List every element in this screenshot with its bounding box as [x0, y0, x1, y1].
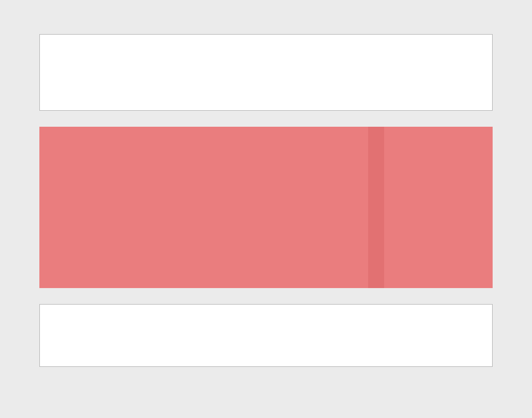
bottom-panel [39, 304, 493, 367]
accent-bar [368, 127, 384, 288]
middle-panel [39, 127, 493, 288]
top-panel [39, 34, 493, 111]
